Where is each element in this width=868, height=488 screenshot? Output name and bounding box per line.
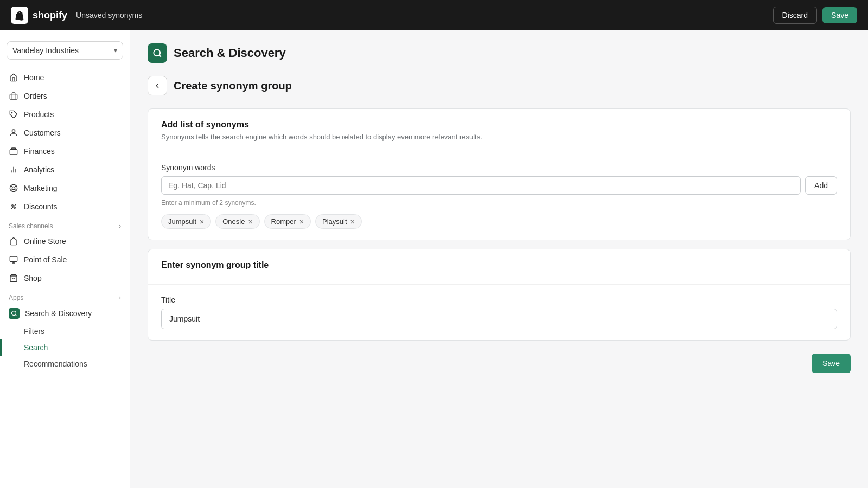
title-section-body: Title: [148, 285, 850, 340]
sidebar-item-search-discovery[interactable]: Search & Discovery: [0, 304, 130, 323]
sidebar-item-discounts-label: Discounts: [24, 202, 57, 211]
expand-icon: ›: [119, 222, 121, 230]
svg-line-21: [159, 55, 161, 56]
svg-rect-0: [10, 94, 17, 99]
sidebar-item-analytics[interactable]: Analytics: [0, 160, 130, 179]
synonyms-section-title: Add list of synonyms: [161, 120, 837, 130]
sidebar-item-home-label: Home: [24, 73, 44, 82]
content-area: Search & Discovery Create synonym group …: [130, 30, 868, 488]
online-store-icon: [9, 236, 18, 246]
bottom-actions: Save: [148, 349, 851, 373]
page-header: Search & Discovery: [148, 43, 851, 63]
svg-rect-3: [10, 150, 17, 155]
sidebar-sub-recommendations-label: Recommendations: [24, 359, 87, 368]
svg-point-8: [12, 187, 15, 189]
sidebar-item-customers-label: Customers: [24, 129, 61, 137]
tag-jumpsuit-remove[interactable]: ×: [200, 218, 204, 226]
home-icon: [9, 73, 18, 82]
sidebar-item-pos-label: Point of Sale: [24, 255, 67, 264]
page-title: Search & Discovery: [174, 46, 286, 60]
svg-point-18: [12, 311, 16, 316]
apps-label: Apps: [9, 294, 23, 301]
sidebar-item-finances[interactable]: Finances: [0, 142, 130, 160]
sidebar-item-search-discovery-label: Search & Discovery: [25, 309, 92, 318]
tag-romper: Romper ×: [264, 214, 311, 229]
title-field-label: Title: [161, 296, 837, 304]
sidebar-item-marketing-label: Marketing: [24, 184, 57, 192]
finances-icon: [9, 146, 18, 156]
tag-romper-label: Romper: [271, 217, 296, 226]
sidebar-item-online-store[interactable]: Online Store: [0, 232, 130, 251]
store-name: Vandelay Industries: [12, 46, 79, 55]
back-button[interactable]: [148, 76, 167, 95]
title-section-title: Enter synonym group title: [161, 260, 837, 270]
tags-row: Jumpsuit × Onesie × Romper × Playsuit ×: [161, 214, 837, 229]
sidebar-item-orders[interactable]: Orders: [0, 87, 130, 105]
save-top-button[interactable]: Save: [822, 7, 857, 23]
topbar-actions: Discard Save: [773, 7, 857, 24]
svg-line-11: [15, 185, 16, 187]
products-icon: [9, 110, 18, 119]
title-input[interactable]: [161, 309, 837, 329]
store-selector[interactable]: Vandelay Industries ▾: [7, 41, 123, 60]
synonym-words-label: Synonym words: [161, 163, 837, 172]
sidebar-item-orders-label: Orders: [24, 92, 47, 100]
svg-point-2: [12, 130, 15, 132]
sidebar-item-pos[interactable]: Point of Sale: [0, 251, 130, 269]
svg-point-1: [11, 112, 12, 113]
pos-icon: [9, 255, 18, 265]
sales-channels-section: Sales channels ›: [0, 216, 130, 232]
tag-playsuit: Playsuit ×: [315, 214, 362, 229]
customers-icon: [9, 128, 18, 138]
tag-onesie-remove[interactable]: ×: [248, 218, 252, 226]
synonym-hint: Enter a minimum of 2 synonyms.: [161, 199, 837, 207]
synonym-input-row: Add: [161, 176, 837, 195]
sidebar-sub-search[interactable]: Search: [0, 339, 130, 356]
topbar: shopify Unsaved synonyms Discard Save: [0, 0, 868, 30]
sidebar-item-products[interactable]: Products: [0, 105, 130, 124]
tag-onesie-label: Onesie: [222, 217, 245, 226]
svg-line-9: [11, 185, 12, 187]
search-discovery-app-icon: [9, 308, 20, 319]
marketing-icon: [9, 183, 18, 193]
synonyms-section-header: Add list of synonyms Synonyms tells the …: [148, 109, 850, 152]
tag-jumpsuit: Jumpsuit ×: [161, 214, 211, 229]
shopify-wordmark: shopify: [33, 10, 67, 21]
create-synonym-title: Create synonym group: [174, 80, 292, 92]
save-bottom-button[interactable]: Save: [812, 354, 851, 373]
svg-point-13: [12, 205, 14, 207]
svg-line-12: [11, 189, 12, 191]
svg-line-10: [15, 189, 16, 191]
page-header-icon: [148, 43, 167, 63]
sidebar-item-home[interactable]: Home: [0, 68, 130, 87]
analytics-icon: [9, 165, 18, 175]
sidebar-item-shop[interactable]: Shop: [0, 269, 130, 287]
synonym-input[interactable]: [161, 176, 801, 195]
tag-playsuit-remove[interactable]: ×: [350, 218, 355, 226]
shopify-logo-icon: [11, 7, 28, 24]
add-synonym-button[interactable]: Add: [805, 176, 837, 195]
sidebar-item-customers[interactable]: Customers: [0, 124, 130, 142]
sidebar-item-analytics-label: Analytics: [24, 165, 54, 174]
sidebar-sub-filters[interactable]: Filters: [0, 323, 130, 339]
sidebar-item-marketing[interactable]: Marketing: [0, 179, 130, 197]
svg-line-19: [15, 314, 16, 316]
topbar-left: shopify Unsaved synonyms: [11, 7, 142, 24]
synonyms-section-body: Synonym words Add Enter a minimum of 2 s…: [148, 152, 850, 240]
sidebar: Vandelay Industries ▾ Home Orders Produc…: [0, 30, 130, 488]
svg-point-14: [14, 207, 16, 209]
shopify-logo: shopify: [11, 7, 67, 24]
discounts-icon: [9, 202, 18, 211]
apps-expand-icon: ›: [119, 294, 121, 301]
tag-romper-remove[interactable]: ×: [299, 218, 304, 226]
sales-channels-label: Sales channels: [9, 222, 53, 230]
svg-rect-16: [10, 256, 17, 261]
sidebar-sub-recommendations[interactable]: Recommendations: [0, 356, 130, 372]
title-card: Enter synonym group title Title: [148, 249, 851, 341]
synonyms-section-desc: Synonyms tells the search engine which w…: [161, 133, 837, 141]
tag-jumpsuit-label: Jumpsuit: [168, 217, 196, 226]
discard-button[interactable]: Discard: [773, 7, 817, 24]
main-layout: Vandelay Industries ▾ Home Orders Produc…: [0, 30, 868, 488]
sidebar-item-discounts[interactable]: Discounts: [0, 197, 130, 216]
sidebar-item-products-label: Products: [24, 110, 54, 119]
